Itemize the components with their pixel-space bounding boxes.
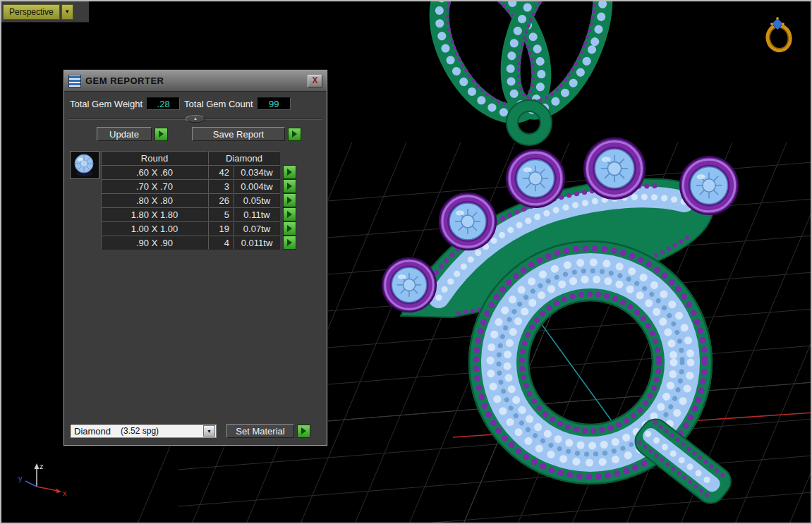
play-icon xyxy=(287,183,292,190)
dropdown-arrow-button[interactable]: ▼ xyxy=(203,425,215,437)
gold-ring-logo xyxy=(765,17,793,53)
total-weight-label: Total Gem Weight xyxy=(70,99,143,109)
gem-size: .60 X .60 xyxy=(101,165,208,179)
update-button[interactable]: Update xyxy=(97,127,152,141)
axis-gizmo: z y x xyxy=(18,462,67,497)
gem-count: 4 xyxy=(208,236,234,250)
gem-weight: 0.11tw xyxy=(234,207,280,221)
gem-table: Round Diamond .60 X .60 42 0.034tw .70 X… xyxy=(101,151,296,250)
gem-weight: 0.011tw xyxy=(234,236,280,250)
set-material-go-button[interactable] xyxy=(297,425,310,438)
gem-weight: 0.034tw xyxy=(234,165,280,179)
gem-size: .80 X .80 xyxy=(101,193,208,207)
row-select-button[interactable] xyxy=(283,236,296,250)
viewport-tab-dropdown[interactable]: ▼ xyxy=(61,4,73,20)
gem-weight: 0.004tw xyxy=(234,179,280,193)
play-icon xyxy=(287,197,292,204)
axis-y-label: y xyxy=(18,474,23,482)
play-icon xyxy=(287,211,292,218)
table-row: .70 X .70 3 0.004tw xyxy=(101,179,296,193)
collapse-toggle[interactable]: ▲ xyxy=(186,115,205,123)
gem-count: 5 xyxy=(208,207,234,221)
play-icon xyxy=(287,239,292,246)
gem-count: 19 xyxy=(208,221,234,236)
material-row: Diamond (3.52 spg) ▼ Set Material xyxy=(70,424,321,438)
axis-x-label: x xyxy=(63,489,67,497)
gem-type-icon xyxy=(70,151,99,179)
viewport-tab[interactable]: Perspective xyxy=(3,4,60,20)
save-report-button[interactable]: Save Report xyxy=(192,127,285,141)
row-select-button[interactable] xyxy=(283,221,296,236)
chevron-down-icon: ▼ xyxy=(207,429,212,434)
row-select-button[interactable] xyxy=(283,193,296,207)
table-header-row: Round Diamond xyxy=(101,151,296,165)
material-selected: Diamond xyxy=(74,426,111,437)
material-header: Diamond xyxy=(208,151,280,165)
gem-bezel xyxy=(382,258,436,312)
gem-table-area: Round Diamond .60 X .60 42 0.034tw .70 X… xyxy=(70,151,327,250)
total-weight-value: .28 xyxy=(147,97,180,110)
table-row: 1.00 X 1.00 19 0.07tw xyxy=(101,221,296,236)
update-go-button[interactable] xyxy=(154,128,168,141)
shape-header: Round xyxy=(101,151,208,165)
play-icon xyxy=(287,225,292,232)
close-button[interactable]: X xyxy=(308,75,322,87)
dialog-spacer xyxy=(64,250,327,424)
dialog-title: GEM REPORTER xyxy=(85,75,164,86)
total-count-label: Total Gem Count xyxy=(184,99,253,109)
axis-z-label: z xyxy=(40,462,44,470)
gem-size: 1.00 X 1.00 xyxy=(101,221,208,236)
viewport-label: Perspective xyxy=(9,7,54,17)
row-select-button[interactable] xyxy=(283,165,296,179)
app-window: z y x Perspective ▼ GEM REPORTER X Total… xyxy=(0,0,812,524)
gem-size: .70 X .70 xyxy=(101,179,208,193)
table-row: .60 X .60 42 0.034tw xyxy=(101,165,296,179)
chevron-down-icon: ▼ xyxy=(64,8,70,15)
gem-count: 42 xyxy=(208,165,234,179)
table-row: .90 X .90 4 0.011tw xyxy=(101,236,296,250)
gem-weight: 0.05tw xyxy=(234,193,280,207)
gem-bezel xyxy=(440,193,496,250)
play-icon xyxy=(292,130,297,138)
gem-weight: 0.07tw xyxy=(234,221,280,236)
total-count-value: 99 xyxy=(257,97,291,110)
table-row: 1.80 X 1.80 5 0.11tw xyxy=(101,207,296,221)
set-material-button[interactable]: Set Material xyxy=(226,424,294,438)
play-icon xyxy=(287,169,292,176)
row-select-button[interactable] xyxy=(283,179,296,193)
expander-row: ▲ xyxy=(64,113,327,124)
totals-row: Total Gem Weight .28 Total Gem Count 99 xyxy=(70,97,321,110)
gem-bezel xyxy=(584,138,645,199)
material-dropdown[interactable]: Diamond (3.52 spg) ▼ xyxy=(70,424,217,438)
play-icon xyxy=(301,427,306,434)
gem-size: .90 X .90 xyxy=(101,236,208,250)
gem-bezel xyxy=(680,157,738,214)
gem-bezel xyxy=(507,150,564,207)
gem-reporter-icon xyxy=(68,75,81,87)
row-select-button[interactable] xyxy=(283,207,296,221)
play-icon xyxy=(159,130,164,138)
round-gem-icon xyxy=(71,152,99,178)
save-report-go-button[interactable] xyxy=(288,128,301,141)
pendant-model xyxy=(382,1,738,508)
gem-count: 3 xyxy=(208,179,234,193)
actions-row: Update Save Report xyxy=(97,127,327,141)
viewport-topbar: Perspective ▼ xyxy=(1,1,89,23)
table-row: .80 X .80 26 0.05tw xyxy=(101,193,296,207)
pendant-bail xyxy=(418,1,622,145)
gem-reporter-dialog: GEM REPORTER X Total Gem Weight .28 Tota… xyxy=(63,70,327,446)
material-spg: (3.52 spg) xyxy=(121,426,203,436)
dialog-titlebar[interactable]: GEM REPORTER X xyxy=(64,71,327,92)
gem-count: 26 xyxy=(208,193,234,207)
gem-size: 1.80 X 1.80 xyxy=(101,207,208,221)
